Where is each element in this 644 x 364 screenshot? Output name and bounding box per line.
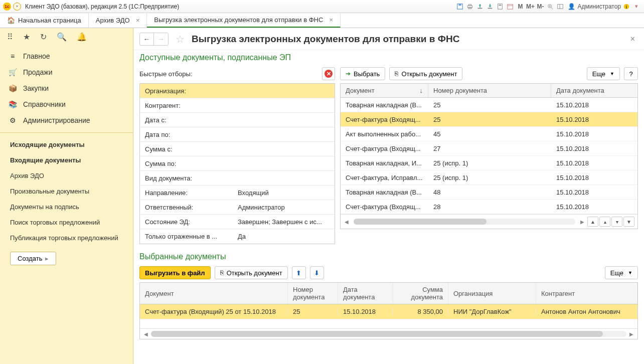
- grid-bottom-button[interactable]: ▼: [623, 217, 634, 227]
- subnav-incoming[interactable]: Входящие документы: [0, 152, 133, 168]
- m-plus-button[interactable]: M+: [526, 2, 535, 11]
- table-row[interactable]: Счет-фактура (Входящий) 25 от 15.10.2018…: [140, 304, 637, 319]
- subnav-arbitrary[interactable]: Произвольные документы: [0, 184, 133, 199]
- table-row[interactable]: Товарная накладная, И...25 (испр. 1)15.1…: [341, 156, 637, 170]
- upload-icon[interactable]: [475, 2, 485, 11]
- tab-export-fns[interactable]: Выгрузка электронных документов для отпр…: [147, 13, 341, 28]
- subnav-tosign[interactable]: Документы на подпись: [0, 199, 133, 215]
- filter-row[interactable]: Ответственный:Администратор: [140, 200, 335, 215]
- tab-home[interactable]: 🏠 Начальная страница: [0, 13, 89, 28]
- selected-documents-grid: Документ Номер документа Дата документа …: [139, 282, 638, 339]
- calculator-icon[interactable]: [496, 2, 505, 11]
- print-icon[interactable]: [465, 2, 474, 11]
- table-row[interactable]: Счет-фактура (Входящ...2515.10.2018: [341, 112, 637, 127]
- col-document[interactable]: Документ: [140, 283, 288, 304]
- grid-top-button[interactable]: ▲: [587, 217, 598, 227]
- menu-arrow-icon[interactable]: ▾: [632, 2, 641, 11]
- favorite-star-icon[interactable]: ☆: [176, 33, 185, 45]
- back-button[interactable]: ←: [140, 33, 154, 45]
- col-contractor[interactable]: Контрагент: [536, 283, 637, 304]
- help-button[interactable]: ?: [624, 67, 638, 80]
- calendar-icon[interactable]: [506, 2, 515, 11]
- scroll-left-icon[interactable]: ◀: [344, 219, 350, 225]
- close-page-button[interactable]: ×: [627, 35, 638, 44]
- filter-row[interactable]: Сумма с:: [140, 142, 335, 156]
- table-row[interactable]: Счет-фактура (Входящ...2715.10.2018: [341, 141, 637, 156]
- export-to-file-button[interactable]: Выгрузить в файл: [139, 266, 211, 279]
- create-button[interactable]: Создать▸: [10, 252, 56, 265]
- col-org[interactable]: Организация: [448, 283, 536, 304]
- filter-row[interactable]: Дата с:: [140, 113, 335, 127]
- move-up-button[interactable]: ⬆: [292, 266, 306, 279]
- dropdown-icon[interactable]: ▾: [13, 3, 21, 11]
- clear-filters-button[interactable]: ✕: [322, 67, 335, 80]
- open-document-button-2[interactable]: ⎘Открыть документ: [215, 266, 288, 279]
- history-icon[interactable]: ↻: [40, 32, 47, 42]
- close-icon[interactable]: ×: [136, 17, 140, 24]
- zoom-icon[interactable]: [546, 2, 555, 11]
- more-button-2[interactable]: Еще▼: [605, 266, 638, 279]
- move-down-button[interactable]: ⬇: [310, 266, 324, 279]
- table-row[interactable]: Счет-фактура (Входящ...2815.10.2018: [341, 200, 637, 214]
- filter-value: Да: [233, 233, 335, 240]
- tab-label: Начальная страница: [18, 17, 81, 24]
- scroll-right-icon[interactable]: ▶: [579, 219, 585, 225]
- notifications-icon[interactable]: 🔔: [77, 32, 87, 42]
- table-row[interactable]: Счет-фактура, Исправл...25 (испр. 1)15.1…: [341, 170, 637, 185]
- save-icon[interactable]: [455, 2, 464, 11]
- panels-icon[interactable]: [556, 2, 565, 11]
- filter-row[interactable]: Состояние ЭД:Завершен; Завершен с ис...: [140, 215, 335, 229]
- favorites-icon[interactable]: ★: [23, 32, 30, 42]
- apps-icon[interactable]: ⠿: [7, 32, 13, 42]
- nav-main[interactable]: ≡Главное: [0, 48, 133, 64]
- filter-label: Контрагент:: [140, 102, 233, 109]
- table-row[interactable]: Акт выполненных рабо...4515.10.2018: [341, 127, 637, 141]
- filter-row[interactable]: Вид документа:: [140, 171, 335, 186]
- download-icon[interactable]: [486, 2, 495, 11]
- h-scrollbar[interactable]: [151, 331, 626, 337]
- nav-admin[interactable]: ⚙Администрирование: [0, 112, 133, 128]
- info-icon[interactable]: i: [622, 2, 631, 11]
- available-documents-grid: Документ↓ Номер документа Дата документа…: [340, 83, 638, 229]
- col-number[interactable]: Номер документа: [428, 84, 551, 97]
- subnav-publish-offers[interactable]: Публикация торговых предложений: [0, 230, 133, 246]
- nav-purchases[interactable]: 📦Закупки: [0, 80, 133, 96]
- subnav-archive[interactable]: Архив ЭДО: [0, 168, 133, 184]
- nav-sales[interactable]: 🛒Продажи: [0, 64, 133, 80]
- subnav-search-offers[interactable]: Поиск торговых предложений: [0, 215, 133, 230]
- col-sum[interactable]: Сумма документа: [393, 283, 448, 304]
- col-date[interactable]: Дата документа: [338, 283, 393, 304]
- col-document[interactable]: Документ↓: [341, 84, 428, 97]
- search-icon[interactable]: 🔍: [57, 32, 67, 42]
- filter-row[interactable]: Направление:Входящий: [140, 186, 335, 200]
- scroll-left-icon[interactable]: ◀: [143, 331, 149, 337]
- filter-row[interactable]: Только отраженные в ...Да: [140, 229, 335, 244]
- col-date[interactable]: Дата документа: [551, 84, 637, 97]
- filter-row[interactable]: Сумма по:: [140, 156, 335, 171]
- more-button[interactable]: Еще▼: [587, 67, 620, 80]
- subnav-outgoing[interactable]: Исходящие документы: [0, 137, 133, 152]
- close-icon[interactable]: ×: [329, 16, 333, 24]
- grid-up-button[interactable]: ▴: [599, 217, 610, 227]
- grid-down-button[interactable]: ▾: [611, 217, 622, 227]
- table-row[interactable]: Товарная накладная (В...4815.10.2018: [341, 185, 637, 200]
- nav-refs[interactable]: 📚Справочники: [0, 96, 133, 112]
- tab-archive[interactable]: Архив ЭДО ×: [89, 13, 147, 28]
- filter-row[interactable]: Организация:: [140, 84, 335, 98]
- cell: Счет-фактура (Входящ...: [341, 203, 428, 211]
- h-scrollbar[interactable]: [354, 219, 575, 225]
- scroll-right-icon[interactable]: ▶: [628, 331, 634, 337]
- open-document-button[interactable]: ⎘Открыть документ: [389, 67, 462, 80]
- forward-button[interactable]: →: [154, 33, 168, 45]
- book-icon: 📚: [8, 100, 17, 108]
- current-user[interactable]: 👤 Администратор: [568, 3, 621, 10]
- cell: 25: [428, 116, 551, 123]
- m-minus-button[interactable]: M-: [536, 2, 545, 11]
- table-row[interactable]: Товарная накладная (В...2515.10.2018: [341, 98, 637, 112]
- filter-row[interactable]: Контрагент:: [140, 98, 335, 113]
- col-number[interactable]: Номер документа: [288, 283, 338, 304]
- open-icon: ⎘: [395, 70, 398, 77]
- m-button[interactable]: M: [516, 2, 525, 11]
- select-button[interactable]: ➔Выбрать: [340, 67, 385, 80]
- filter-row[interactable]: Дата по:: [140, 127, 335, 142]
